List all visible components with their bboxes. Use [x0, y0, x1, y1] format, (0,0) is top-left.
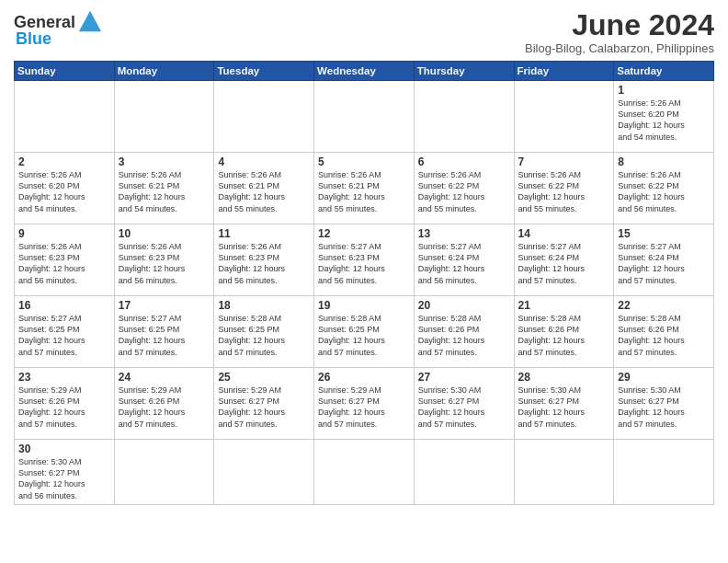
logo-text: General: [14, 14, 75, 30]
svg-marker-0: [79, 11, 101, 31]
day-cell: [514, 440, 614, 505]
day-number: 8: [618, 155, 710, 168]
day-info: Sunrise: 5:26 AM Sunset: 6:23 PM Dayligh…: [218, 241, 310, 286]
col-header-saturday: Saturday: [614, 62, 714, 81]
col-header-friday: Friday: [514, 62, 614, 81]
day-info: Sunrise: 5:28 AM Sunset: 6:26 PM Dayligh…: [618, 313, 710, 358]
day-cell: 26Sunrise: 5:29 AM Sunset: 6:27 PM Dayli…: [314, 368, 415, 440]
day-info: Sunrise: 5:27 AM Sunset: 6:25 PM Dayligh…: [119, 313, 210, 358]
col-header-monday: Monday: [114, 62, 214, 81]
day-number: 26: [318, 371, 410, 384]
day-cell: 16Sunrise: 5:27 AM Sunset: 6:25 PM Dayli…: [15, 296, 115, 368]
day-number: 16: [18, 299, 110, 312]
day-info: Sunrise: 5:26 AM Sunset: 6:21 PM Dayligh…: [318, 169, 410, 214]
day-cell: 29Sunrise: 5:30 AM Sunset: 6:27 PM Dayli…: [614, 368, 714, 440]
calendar-page: General Blue June 2024 Bilog-Bilog, Cala…: [0, 0, 728, 563]
week-row-5: 23Sunrise: 5:29 AM Sunset: 6:26 PM Dayli…: [15, 368, 714, 440]
day-cell: 13Sunrise: 5:27 AM Sunset: 6:24 PM Dayli…: [414, 224, 514, 296]
day-cell: 5Sunrise: 5:26 AM Sunset: 6:21 PM Daylig…: [314, 153, 415, 224]
day-info: Sunrise: 5:27 AM Sunset: 6:24 PM Dayligh…: [518, 241, 610, 286]
day-cell: [214, 81, 314, 153]
day-number: 13: [418, 227, 510, 240]
day-number: 5: [318, 155, 410, 168]
day-cell: 7Sunrise: 5:26 AM Sunset: 6:22 PM Daylig…: [514, 153, 614, 224]
day-number: 24: [119, 371, 210, 384]
day-cell: 27Sunrise: 5:30 AM Sunset: 6:27 PM Dayli…: [414, 368, 514, 440]
day-info: Sunrise: 5:30 AM Sunset: 6:27 PM Dayligh…: [618, 385, 710, 430]
week-row-4: 16Sunrise: 5:27 AM Sunset: 6:25 PM Dayli…: [15, 296, 714, 368]
logo-icon: [77, 9, 103, 35]
day-number: 28: [518, 371, 610, 384]
day-number: 19: [318, 299, 410, 312]
day-cell: 15Sunrise: 5:27 AM Sunset: 6:24 PM Dayli…: [614, 224, 714, 296]
day-number: 7: [518, 155, 610, 168]
day-number: 3: [119, 155, 210, 168]
day-cell: 10Sunrise: 5:26 AM Sunset: 6:23 PM Dayli…: [114, 224, 214, 296]
day-cell: [214, 440, 314, 505]
day-cell: 18Sunrise: 5:28 AM Sunset: 6:25 PM Dayli…: [214, 296, 314, 368]
logo-blue: Blue: [16, 29, 51, 49]
day-number: 20: [418, 299, 510, 312]
day-info: Sunrise: 5:29 AM Sunset: 6:27 PM Dayligh…: [318, 385, 410, 430]
day-info: Sunrise: 5:26 AM Sunset: 6:20 PM Dayligh…: [18, 169, 110, 214]
day-cell: [414, 81, 514, 153]
week-row-1: 1Sunrise: 5:26 AM Sunset: 6:20 PM Daylig…: [15, 81, 714, 153]
day-number: 11: [218, 227, 310, 240]
day-cell: 4Sunrise: 5:26 AM Sunset: 6:21 PM Daylig…: [214, 153, 314, 224]
day-number: 10: [119, 227, 210, 240]
day-info: Sunrise: 5:29 AM Sunset: 6:26 PM Dayligh…: [18, 385, 110, 430]
day-cell: [414, 440, 514, 505]
title-block: June 2024 Bilog-Bilog, Calabarzon, Phili…: [525, 9, 714, 55]
calendar-table: SundayMondayTuesdayWednesdayThursdayFrid…: [14, 61, 714, 505]
col-header-sunday: Sunday: [15, 62, 115, 81]
day-cell: [314, 81, 415, 153]
day-cell: 20Sunrise: 5:28 AM Sunset: 6:26 PM Dayli…: [414, 296, 514, 368]
day-number: 30: [18, 442, 110, 455]
day-info: Sunrise: 5:26 AM Sunset: 6:21 PM Dayligh…: [218, 169, 310, 214]
day-cell: 28Sunrise: 5:30 AM Sunset: 6:27 PM Dayli…: [514, 368, 614, 440]
day-cell: 24Sunrise: 5:29 AM Sunset: 6:26 PM Dayli…: [114, 368, 214, 440]
day-info: Sunrise: 5:30 AM Sunset: 6:27 PM Dayligh…: [18, 456, 110, 501]
day-cell: [15, 81, 115, 153]
day-cell: [514, 81, 614, 153]
day-cell: 23Sunrise: 5:29 AM Sunset: 6:26 PM Dayli…: [15, 368, 115, 440]
day-number: 14: [518, 227, 610, 240]
day-cell: 8Sunrise: 5:26 AM Sunset: 6:22 PM Daylig…: [614, 153, 714, 224]
day-info: Sunrise: 5:30 AM Sunset: 6:27 PM Dayligh…: [418, 385, 510, 430]
day-info: Sunrise: 5:29 AM Sunset: 6:27 PM Dayligh…: [218, 385, 310, 430]
day-number: 12: [318, 227, 410, 240]
day-info: Sunrise: 5:28 AM Sunset: 6:26 PM Dayligh…: [418, 313, 510, 358]
day-cell: 1Sunrise: 5:26 AM Sunset: 6:20 PM Daylig…: [614, 81, 714, 153]
col-header-tuesday: Tuesday: [214, 62, 314, 81]
day-info: Sunrise: 5:26 AM Sunset: 6:20 PM Dayligh…: [618, 98, 710, 143]
day-cell: 25Sunrise: 5:29 AM Sunset: 6:27 PM Dayli…: [214, 368, 314, 440]
day-number: 22: [618, 299, 710, 312]
month-year: June 2024: [525, 9, 714, 41]
day-info: Sunrise: 5:28 AM Sunset: 6:25 PM Dayligh…: [218, 313, 310, 358]
day-info: Sunrise: 5:28 AM Sunset: 6:25 PM Dayligh…: [318, 313, 410, 358]
logo: General Blue: [14, 9, 103, 49]
col-header-thursday: Thursday: [414, 62, 514, 81]
day-cell: [614, 440, 714, 505]
day-info: Sunrise: 5:29 AM Sunset: 6:26 PM Dayligh…: [119, 385, 210, 430]
day-number: 9: [18, 227, 110, 240]
day-cell: 11Sunrise: 5:26 AM Sunset: 6:23 PM Dayli…: [214, 224, 314, 296]
day-number: 18: [218, 299, 310, 312]
day-number: 2: [18, 155, 110, 168]
day-cell: [114, 81, 214, 153]
day-number: 29: [618, 371, 710, 384]
day-cell: 17Sunrise: 5:27 AM Sunset: 6:25 PM Dayli…: [114, 296, 214, 368]
day-info: Sunrise: 5:27 AM Sunset: 6:24 PM Dayligh…: [418, 241, 510, 286]
day-info: Sunrise: 5:27 AM Sunset: 6:24 PM Dayligh…: [618, 241, 710, 286]
day-info: Sunrise: 5:26 AM Sunset: 6:21 PM Dayligh…: [119, 169, 210, 214]
day-info: Sunrise: 5:26 AM Sunset: 6:23 PM Dayligh…: [119, 241, 210, 286]
day-number: 17: [119, 299, 210, 312]
day-cell: 3Sunrise: 5:26 AM Sunset: 6:21 PM Daylig…: [114, 153, 214, 224]
day-info: Sunrise: 5:26 AM Sunset: 6:23 PM Dayligh…: [18, 241, 110, 286]
day-info: Sunrise: 5:26 AM Sunset: 6:22 PM Dayligh…: [518, 169, 610, 214]
day-cell: 30Sunrise: 5:30 AM Sunset: 6:27 PM Dayli…: [15, 440, 115, 505]
day-info: Sunrise: 5:27 AM Sunset: 6:25 PM Dayligh…: [18, 313, 110, 358]
week-row-2: 2Sunrise: 5:26 AM Sunset: 6:20 PM Daylig…: [15, 153, 714, 224]
day-number: 21: [518, 299, 610, 312]
day-cell: 6Sunrise: 5:26 AM Sunset: 6:22 PM Daylig…: [414, 153, 514, 224]
